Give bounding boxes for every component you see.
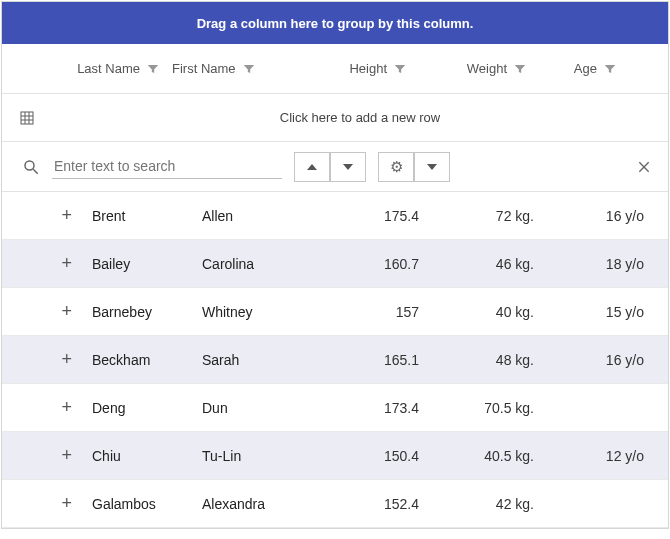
cell-lastname: Beckham: [92, 352, 202, 368]
column-header-label: First Name: [172, 61, 236, 76]
triangle-down-icon: [343, 164, 353, 170]
table-row[interactable]: +BeckhamSarah165.148 kg.16 y/o: [2, 336, 668, 384]
group-panel-label: Drag a column here to group by this colu…: [197, 16, 474, 31]
cell-firstname: Carolina: [202, 256, 317, 272]
cell-firstname: Alexandra: [202, 496, 317, 512]
gear-icon: ⚙: [390, 158, 403, 176]
new-row[interactable]: Click here to add a new row: [2, 94, 668, 142]
table-row[interactable]: +ChiuTu-Lin150.440.5 kg.12 y/o: [2, 432, 668, 480]
cell-weight: 48 kg.: [427, 352, 542, 368]
cell-age: 12 y/o: [542, 448, 652, 464]
cell-height: 157: [317, 304, 427, 320]
close-icon: [636, 159, 652, 175]
new-row-label: Click here to add a new row: [52, 110, 668, 125]
plus-icon: +: [61, 493, 72, 514]
search-icon[interactable]: [10, 158, 52, 176]
column-header-label: Last Name: [77, 61, 140, 76]
cell-lastname: Chiu: [92, 448, 202, 464]
table-row[interactable]: +GalambosAlexandra152.442 kg.: [2, 480, 668, 528]
table-row[interactable]: +DengDun173.470.5 kg.: [2, 384, 668, 432]
expand-button[interactable]: +: [2, 253, 92, 274]
filter-icon[interactable]: [393, 62, 407, 76]
cell-height: 150.4: [317, 448, 427, 464]
cell-height: 160.7: [317, 256, 427, 272]
cell-firstname: Allen: [202, 208, 317, 224]
cell-firstname: Sarah: [202, 352, 317, 368]
cell-height: 165.1: [317, 352, 427, 368]
clear-button[interactable]: [636, 159, 652, 175]
svg-line-6: [33, 169, 38, 174]
column-header-firstname[interactable]: First Name: [172, 61, 287, 76]
expand-button[interactable]: +: [2, 493, 92, 514]
search-input[interactable]: [52, 154, 282, 179]
cell-height: 173.4: [317, 400, 427, 416]
cell-age: 16 y/o: [542, 352, 652, 368]
plus-icon: +: [61, 253, 72, 274]
cell-firstname: Dun: [202, 400, 317, 416]
table-row[interactable]: +BrentAllen175.472 kg.16 y/o: [2, 192, 668, 240]
triangle-down-icon: [427, 164, 437, 170]
cell-firstname: Tu-Lin: [202, 448, 317, 464]
expand-button[interactable]: +: [2, 349, 92, 370]
triangle-up-icon: [307, 164, 317, 170]
sort-buttons: [294, 152, 366, 182]
cell-age: 18 y/o: [542, 256, 652, 272]
cell-lastname: Deng: [92, 400, 202, 416]
cell-lastname: Galambos: [92, 496, 202, 512]
sort-desc-button[interactable]: [330, 152, 366, 182]
filter-icon[interactable]: [146, 62, 160, 76]
plus-icon: +: [61, 397, 72, 418]
cell-lastname: Bailey: [92, 256, 202, 272]
cell-lastname: Barnebey: [92, 304, 202, 320]
svg-rect-0: [21, 112, 33, 124]
expand-button[interactable]: +: [2, 397, 92, 418]
expand-button[interactable]: +: [2, 205, 92, 226]
group-panel[interactable]: Drag a column here to group by this colu…: [2, 2, 668, 44]
cell-lastname: Brent: [92, 208, 202, 224]
filter-icon[interactable]: [603, 62, 617, 76]
settings-button[interactable]: ⚙: [378, 152, 414, 182]
column-header-label: Age: [574, 61, 597, 76]
plus-icon: +: [61, 301, 72, 322]
cell-weight: 72 kg.: [427, 208, 542, 224]
cell-weight: 40.5 kg.: [427, 448, 542, 464]
table-row[interactable]: +BaileyCarolina160.746 kg.18 y/o: [2, 240, 668, 288]
plus-icon: +: [61, 349, 72, 370]
filter-icon[interactable]: [513, 62, 527, 76]
cell-weight: 40 kg.: [427, 304, 542, 320]
cell-age: 16 y/o: [542, 208, 652, 224]
column-header-lastname[interactable]: Last Name: [52, 61, 172, 76]
table-icon: [2, 110, 52, 126]
plus-icon: +: [61, 445, 72, 466]
plus-icon: +: [61, 205, 72, 226]
cell-age: 15 y/o: [542, 304, 652, 320]
cell-firstname: Whitney: [202, 304, 317, 320]
sort-asc-button[interactable]: [294, 152, 330, 182]
column-header-row: Last Name First Name Height Weight Age: [2, 44, 668, 94]
column-header-age[interactable]: Age: [527, 61, 617, 76]
cell-height: 175.4: [317, 208, 427, 224]
settings-buttons: ⚙: [378, 152, 450, 182]
column-header-label: Height: [349, 61, 387, 76]
filter-icon[interactable]: [242, 62, 256, 76]
expand-button[interactable]: +: [2, 445, 92, 466]
cell-weight: 70.5 kg.: [427, 400, 542, 416]
cell-weight: 42 kg.: [427, 496, 542, 512]
cell-height: 152.4: [317, 496, 427, 512]
data-rows: +BrentAllen175.472 kg.16 y/o+BaileyCarol…: [2, 192, 668, 528]
settings-dropdown-button[interactable]: [414, 152, 450, 182]
grid-view: Drag a column here to group by this colu…: [1, 1, 669, 529]
table-row[interactable]: +BarnebeyWhitney15740 kg.15 y/o: [2, 288, 668, 336]
column-header-label: Weight: [467, 61, 507, 76]
expand-button[interactable]: +: [2, 301, 92, 322]
svg-point-5: [25, 161, 34, 170]
search-row: ⚙: [2, 142, 668, 192]
column-header-height[interactable]: Height: [287, 61, 407, 76]
column-header-weight[interactable]: Weight: [407, 61, 527, 76]
cell-weight: 46 kg.: [427, 256, 542, 272]
